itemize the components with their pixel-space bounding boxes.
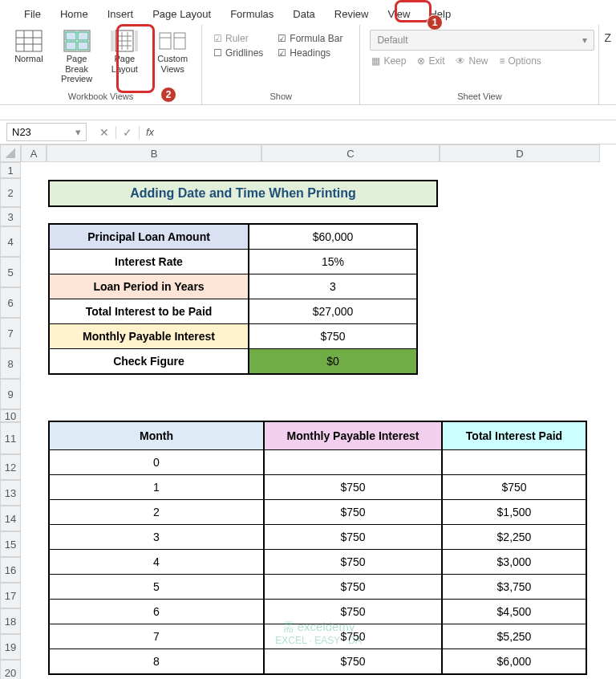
name-box[interactable]: N23▾ [6, 123, 87, 141]
sheet-title: Adding Date and Time When Printing [48, 180, 438, 207]
svg-rect-9 [78, 42, 88, 50]
col-header-row: A B C D [0, 144, 616, 162]
formula-bar-checkbox[interactable]: ☑Formula Bar [278, 31, 342, 46]
summary-row: Interest Rate15% [49, 250, 417, 274]
row-1[interactable]: 1 [0, 162, 21, 178]
col-month: Month [49, 421, 264, 450]
tab-formulas[interactable]: Formulas [221, 3, 283, 25]
cancel-icon[interactable]: ✕ [93, 126, 116, 139]
formula-input[interactable] [160, 130, 616, 135]
row-8[interactable]: 8 [0, 348, 21, 379]
row-13[interactable]: 13 [0, 480, 21, 506]
summary-row: Principal Loan Amount$60,000 [49, 224, 417, 250]
row-6[interactable]: 6 [0, 287, 21, 318]
ribbon: Normal Page Break Preview Page Layout Cu… [0, 25, 616, 105]
col-A[interactable]: A [21, 144, 47, 162]
row-14[interactable]: 14 [0, 506, 21, 531]
svg-rect-19 [174, 33, 185, 49]
tab-home[interactable]: Home [51, 3, 98, 25]
table-row: 5$750$3,750 [49, 575, 586, 600]
tab-insert[interactable]: Insert [98, 3, 144, 25]
page-break-preview-button[interactable]: Page Break Preview [55, 28, 99, 86]
svg-rect-16 [111, 30, 114, 51]
col-D[interactable]: D [440, 144, 600, 162]
fx-icon[interactable]: fx [140, 126, 160, 138]
col-C[interactable]: C [261, 144, 440, 162]
row-4[interactable]: 4 [0, 226, 21, 257]
row-9[interactable]: 9 [0, 379, 21, 409]
new-sheetview-button: 👁 New [456, 55, 488, 67]
summary-row: Total Interest to be Paid$27,000 [49, 299, 417, 324]
row-18[interactable]: 18 [0, 608, 21, 634]
row-19[interactable]: 19 [0, 634, 21, 660]
sheet-view-group-label: Sheet View [367, 90, 592, 103]
badge-2: 2 [160, 87, 176, 103]
row-3[interactable]: 3 [0, 207, 21, 226]
row-12[interactable]: 12 [0, 454, 21, 480]
table-row: 3$750$2,250 [49, 525, 586, 550]
gridlines-checkbox[interactable]: ☐Gridlines [213, 46, 263, 60]
row-7[interactable]: 7 [0, 318, 21, 348]
watermark: 需 exceldemy EXCEL · EASY · DA [275, 620, 361, 646]
summary-table: Principal Loan Amount$60,000Interest Rat… [48, 223, 418, 375]
table-row: 4$750$3,000 [49, 550, 586, 575]
row-10[interactable]: 10 [0, 409, 21, 422]
view-tab-highlight [395, 0, 432, 22]
tab-data[interactable]: Data [283, 3, 324, 25]
menu-tabs: FileHomeInsertPage LayoutFormulasDataRev… [0, 0, 616, 25]
row-11[interactable]: 11 [0, 422, 21, 454]
exit-button: ⊗ Exit [417, 55, 444, 67]
col-mpi: Monthly Payable Interest [264, 421, 442, 450]
svg-rect-18 [160, 33, 171, 49]
cell-area[interactable]: Adding Date and Time When Printing Princ… [21, 162, 616, 679]
tab-review[interactable]: Review [325, 3, 379, 25]
row-header-col: 1234567891011121314151617181920 [0, 162, 21, 679]
headings-checkbox[interactable]: ☑Headings [278, 46, 342, 60]
confirm-icon[interactable]: ✓ [116, 126, 140, 139]
sheet-view-selector[interactable]: Default▾ [370, 30, 594, 51]
badge-1: 1 [427, 14, 443, 30]
options-button: ≡ Options [500, 55, 541, 67]
table-row: 8$750$6,000 [49, 649, 586, 675]
summary-row: Monthly Payable Interest$750 [49, 324, 417, 349]
col-tip: Total Interest Paid [442, 421, 586, 450]
svg-rect-8 [66, 42, 76, 50]
zoom-partial: Z [599, 25, 616, 104]
formula-bar-row: N23▾ ✕ ✓ fx [0, 120, 616, 144]
tab-file[interactable]: File [14, 3, 51, 25]
row-20[interactable]: 20 [0, 660, 21, 679]
select-all-triangle[interactable] [6, 148, 15, 158]
row-5[interactable]: 5 [0, 257, 21, 287]
row-17[interactable]: 17 [0, 583, 21, 608]
row-16[interactable]: 16 [0, 557, 21, 583]
custom-views-button[interactable]: Custom Views [150, 28, 195, 86]
row-15[interactable]: 15 [0, 531, 21, 557]
svg-rect-7 [78, 32, 88, 40]
col-B[interactable]: B [47, 144, 261, 162]
row-2[interactable]: 2 [0, 178, 21, 207]
svg-rect-6 [66, 32, 76, 40]
summary-row: Check Figure$0 [49, 349, 417, 375]
svg-rect-0 [16, 30, 42, 51]
table-row: 2$750$1,500 [49, 500, 586, 525]
normal-view-button[interactable]: Normal [6, 28, 51, 86]
show-group-label: Show [209, 90, 353, 103]
tab-page-layout[interactable]: Page Layout [143, 3, 221, 25]
summary-row: Loan Period in Years3 [49, 274, 417, 299]
table-row: 0 [49, 450, 586, 475]
keep-button: ▦ Keep [371, 55, 406, 67]
table-row: 1$750$750 [49, 475, 586, 500]
ruler-checkbox: ☑Ruler [213, 31, 263, 46]
page-layout-highlight [116, 24, 155, 93]
